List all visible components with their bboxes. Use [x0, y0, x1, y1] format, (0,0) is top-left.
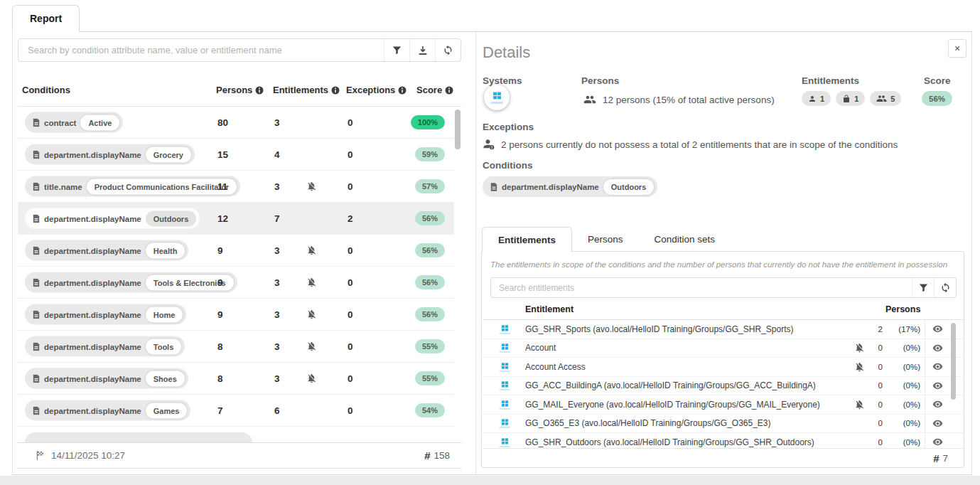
persons-count: 2	[870, 325, 883, 334]
condition-attribute: department.displayName	[44, 406, 141, 415]
tab-persons[interactable]: Persons	[572, 226, 639, 252]
condition-attribute: department.displayName	[502, 183, 599, 191]
info-icon[interactable]	[398, 86, 406, 95]
exceptions-count: 0	[348, 117, 353, 128]
active-directory-icon	[500, 418, 510, 428]
active-directory-icon	[500, 380, 510, 390]
condition-chip: department.displayName Games	[25, 400, 190, 421]
tab-report[interactable]: Report	[12, 5, 80, 32]
info-icon[interactable]	[445, 86, 453, 95]
condition-chip: department.displayName Tools	[25, 336, 185, 357]
scrollbar-thumb[interactable]	[455, 110, 461, 149]
refresh-icon[interactable]	[435, 39, 461, 61]
condition-row[interactable]: department.displayName Shoes 8 3 0 55%	[18, 363, 454, 395]
entitlement-row[interactable]: Account Access 0 (0%)	[483, 358, 964, 377]
filter-icon[interactable]	[384, 39, 409, 61]
entitlement-name: GG_O365_E3 (avo.local/HelloID Training/G…	[525, 418, 771, 428]
report-card: Conditions Persons Entitlements Exceptio…	[12, 32, 972, 475]
condition-row[interactable]: contract Active 80 3 0 100%	[18, 107, 454, 139]
entitlement-row[interactable]: GG_MAIL_Everyone (avo.local/HelloID Trai…	[483, 395, 964, 415]
score-badge: 56%	[922, 91, 952, 106]
active-directory-system-icon[interactable]	[484, 85, 510, 110]
report-timestamp: 14/11/2025 10:27	[51, 450, 125, 461]
condition-attribute: department.displayName	[44, 246, 141, 255]
conditions-scrollbar[interactable]	[455, 108, 461, 441]
document-icon	[33, 342, 40, 351]
condition-row[interactable]: department.displayName Games 7 6 0 54%	[18, 395, 454, 427]
entitlements-panel: The entitlements in scope of the conditi…	[481, 251, 964, 468]
view-persons-button[interactable]	[925, 395, 950, 414]
entitlements-table-header: Entitlement Persons	[483, 304, 964, 320]
conditions-footer: 14/11/2025 10:27 #158	[18, 442, 461, 469]
view-persons-button[interactable]	[925, 339, 950, 358]
entitlements-description: The entitlements in scope of the conditi…	[490, 260, 952, 269]
persons-percent: (0%)	[888, 343, 920, 352]
entitlement-row[interactable]: GG_O365_E3 (avo.local/HelloID Training/G…	[483, 415, 964, 434]
active-directory-icon	[500, 437, 510, 447]
entitlement-row[interactable]: GG_ACC_BuildingA (avo.local/HelloID Trai…	[483, 377, 964, 396]
persons-percent: (17%)	[888, 325, 920, 334]
entitlement-row[interactable]: GG_SHR_Sports (avo.local/HelloID Trainin…	[483, 320, 964, 339]
document-icon	[33, 182, 40, 191]
tab-condition-sets[interactable]: Condition sets	[639, 226, 731, 252]
persons-percent: (0%)	[888, 419, 920, 427]
persons-count: 9	[217, 309, 223, 320]
entitlement-row[interactable]: GG_SHR_Outdoors (avo.local/HelloID Train…	[483, 433, 964, 448]
persons-count: 80	[217, 117, 228, 128]
conditions-table: contract Active 80 3 0 100% department.d…	[18, 107, 454, 442]
view-persons-button[interactable]	[925, 358, 950, 376]
condition-row[interactable]: department.displayName Tools & Electroni…	[18, 267, 454, 299]
systems-label: Systems	[483, 75, 522, 86]
view-persons-button[interactable]	[925, 415, 950, 433]
exceptions-label: Exceptions	[483, 122, 534, 132]
condition-row-partial[interactable]	[18, 427, 454, 442]
entitlements-count: 7	[942, 453, 948, 464]
info-icon[interactable]	[255, 86, 264, 95]
condition-row[interactable]: department.displayName Outdoors 12 7 2 5…	[18, 203, 454, 235]
persons-count: 8	[217, 373, 223, 384]
condition-value: Grocery	[146, 146, 191, 162]
active-directory-icon	[500, 343, 510, 353]
persons-count: 9	[217, 245, 223, 256]
entitlements-scrollbar[interactable]	[951, 321, 956, 447]
view-persons-button[interactable]	[925, 320, 950, 339]
entitlement-row[interactable]: Account 0 (0%)	[483, 339, 964, 358]
scrollbar-thumb[interactable]	[951, 323, 956, 400]
active-directory-icon	[500, 362, 510, 372]
filter-icon[interactable]	[912, 278, 934, 297]
condition-value: Active	[80, 114, 119, 130]
document-icon	[33, 214, 40, 223]
condition-row[interactable]: department.displayName Tools 8 3 0 55%	[18, 331, 454, 363]
score-badge: 54%	[415, 403, 445, 417]
tab-entitlements[interactable]: Entitlements	[482, 227, 572, 252]
info-icon[interactable]	[331, 86, 340, 95]
view-persons-button[interactable]	[925, 377, 950, 395]
condition-chip: department.displayName Shoes	[25, 368, 188, 389]
document-icon	[33, 406, 40, 415]
checkered-flag-icon	[35, 450, 45, 461]
condition-row[interactable]: department.displayName Health 9 3 0 56%	[18, 235, 454, 267]
close-details-button[interactable]: ×	[948, 39, 966, 58]
count-hash: #	[933, 452, 939, 464]
entitlements-count: 3	[274, 117, 280, 128]
refresh-icon[interactable]	[934, 278, 956, 297]
condition-value: Product Communications Facilitator	[87, 178, 237, 194]
condition-row[interactable]: department.displayName Grocery 15 4 0 59…	[18, 139, 454, 171]
conditions-search-input[interactable]	[18, 39, 384, 61]
score-badge: 59%	[415, 147, 445, 161]
column-score: Score	[416, 85, 453, 95]
persons-count: 0	[870, 400, 883, 409]
download-icon[interactable]	[409, 39, 435, 61]
persons-count: 7	[217, 405, 223, 416]
condition-row[interactable]: title.name Product Communications Facili…	[18, 171, 454, 203]
condition-value: Health	[146, 242, 185, 258]
condition-attribute: department.displayName	[44, 214, 141, 223]
document-icon	[33, 374, 40, 383]
column-persons: Persons	[885, 304, 920, 314]
entitlements-search-input[interactable]	[491, 278, 912, 297]
exceptions-count: 0	[348, 181, 353, 192]
condition-chip: contract Active	[25, 112, 123, 133]
condition-row[interactable]: department.displayName Home 9 3 0 56%	[18, 299, 454, 331]
conditions-table-header: Conditions Persons Entitlements Exceptio…	[18, 76, 461, 107]
view-persons-button[interactable]	[925, 433, 950, 448]
